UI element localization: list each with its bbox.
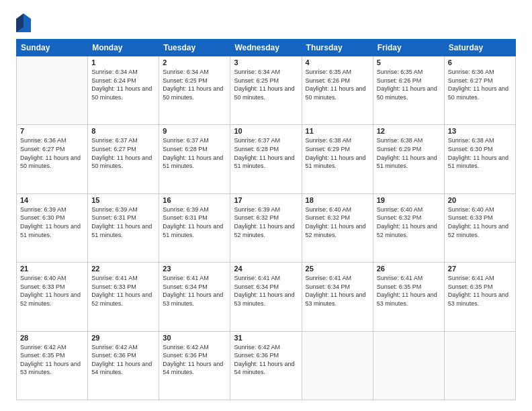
calendar-table: SundayMondayTuesdayWednesdayThursdayFrid… bbox=[16, 39, 516, 400]
day-detail: Sunrise: 6:42 AMSunset: 6:35 PMDaylight:… bbox=[20, 343, 84, 377]
day-detail: Sunrise: 6:37 AMSunset: 6:27 PMDaylight:… bbox=[91, 136, 155, 170]
day-number: 20 bbox=[448, 196, 512, 204]
header bbox=[16, 13, 516, 32]
week-row-1: 7Sunrise: 6:36 AMSunset: 6:27 PMDaylight… bbox=[17, 125, 516, 193]
day-cell: 2Sunrise: 6:34 AMSunset: 6:25 PMDaylight… bbox=[159, 56, 230, 125]
day-cell bbox=[302, 331, 373, 400]
day-number: 27 bbox=[448, 265, 512, 273]
logo-icon bbox=[16, 13, 31, 32]
day-detail: Sunrise: 6:35 AMSunset: 6:26 PMDaylight:… bbox=[377, 68, 441, 101]
day-detail: Sunrise: 6:41 AMSunset: 6:34 PMDaylight:… bbox=[163, 274, 226, 308]
day-cell: 14Sunrise: 6:39 AMSunset: 6:30 PMDayligh… bbox=[17, 193, 88, 262]
day-detail: Sunrise: 6:41 AMSunset: 6:35 PMDaylight:… bbox=[377, 274, 441, 308]
day-number: 2 bbox=[163, 58, 226, 66]
day-number: 8 bbox=[91, 127, 155, 135]
week-row-0: 1Sunrise: 6:34 AMSunset: 6:24 PMDaylight… bbox=[17, 56, 516, 125]
day-cell: 28Sunrise: 6:42 AMSunset: 6:35 PMDayligh… bbox=[17, 331, 88, 400]
day-detail: Sunrise: 6:39 AMSunset: 6:30 PMDaylight:… bbox=[20, 205, 84, 239]
day-detail: Sunrise: 6:38 AMSunset: 6:29 PMDaylight:… bbox=[306, 136, 369, 170]
day-cell: 23Sunrise: 6:41 AMSunset: 6:34 PMDayligh… bbox=[159, 263, 230, 331]
day-cell: 16Sunrise: 6:39 AMSunset: 6:31 PMDayligh… bbox=[159, 193, 230, 262]
day-cell: 3Sunrise: 6:34 AMSunset: 6:25 PMDaylight… bbox=[230, 56, 302, 125]
day-detail: Sunrise: 6:39 AMSunset: 6:31 PMDaylight:… bbox=[163, 205, 226, 239]
day-number: 31 bbox=[234, 334, 298, 342]
day-detail: Sunrise: 6:40 AMSunset: 6:32 PMDaylight:… bbox=[377, 205, 441, 239]
day-cell: 9Sunrise: 6:37 AMSunset: 6:28 PMDaylight… bbox=[159, 125, 230, 193]
day-detail: Sunrise: 6:38 AMSunset: 6:29 PMDaylight:… bbox=[377, 136, 441, 170]
day-detail: Sunrise: 6:37 AMSunset: 6:28 PMDaylight:… bbox=[163, 136, 226, 170]
day-detail: Sunrise: 6:42 AMSunset: 6:36 PMDaylight:… bbox=[163, 343, 226, 377]
day-cell: 4Sunrise: 6:35 AMSunset: 6:26 PMDaylight… bbox=[302, 56, 373, 125]
day-number: 6 bbox=[448, 58, 512, 66]
day-number: 14 bbox=[20, 196, 84, 204]
header-day-sunday: Sunday bbox=[17, 40, 88, 56]
logo bbox=[16, 13, 34, 32]
header-day-monday: Monday bbox=[88, 40, 159, 56]
day-detail: Sunrise: 6:41 AMSunset: 6:34 PMDaylight:… bbox=[234, 274, 298, 308]
day-cell: 10Sunrise: 6:37 AMSunset: 6:28 PMDayligh… bbox=[230, 125, 302, 193]
day-cell: 22Sunrise: 6:41 AMSunset: 6:33 PMDayligh… bbox=[88, 263, 159, 331]
day-number: 19 bbox=[377, 196, 441, 204]
day-detail: Sunrise: 6:41 AMSunset: 6:33 PMDaylight:… bbox=[91, 274, 155, 308]
day-number: 11 bbox=[306, 127, 369, 135]
day-detail: Sunrise: 6:39 AMSunset: 6:32 PMDaylight:… bbox=[234, 205, 298, 239]
day-number: 22 bbox=[91, 265, 155, 273]
day-number: 30 bbox=[163, 334, 226, 342]
day-number: 17 bbox=[234, 196, 298, 204]
day-detail: Sunrise: 6:35 AMSunset: 6:26 PMDaylight:… bbox=[306, 68, 369, 101]
day-cell: 18Sunrise: 6:40 AMSunset: 6:32 PMDayligh… bbox=[302, 193, 373, 262]
header-row: SundayMondayTuesdayWednesdayThursdayFrid… bbox=[17, 40, 516, 56]
week-row-4: 28Sunrise: 6:42 AMSunset: 6:35 PMDayligh… bbox=[17, 331, 516, 400]
day-cell: 25Sunrise: 6:41 AMSunset: 6:34 PMDayligh… bbox=[302, 263, 373, 331]
day-detail: Sunrise: 6:34 AMSunset: 6:24 PMDaylight:… bbox=[91, 68, 155, 101]
day-cell: 31Sunrise: 6:42 AMSunset: 6:36 PMDayligh… bbox=[230, 331, 302, 400]
day-detail: Sunrise: 6:42 AMSunset: 6:36 PMDaylight:… bbox=[234, 343, 298, 377]
day-number: 10 bbox=[234, 127, 298, 135]
day-number: 26 bbox=[377, 265, 441, 273]
day-number: 15 bbox=[91, 196, 155, 204]
day-detail: Sunrise: 6:36 AMSunset: 6:27 PMDaylight:… bbox=[20, 136, 84, 170]
day-cell: 6Sunrise: 6:36 AMSunset: 6:27 PMDaylight… bbox=[444, 56, 515, 125]
day-number: 13 bbox=[448, 127, 512, 135]
day-number: 23 bbox=[163, 265, 226, 273]
day-detail: Sunrise: 6:40 AMSunset: 6:32 PMDaylight:… bbox=[306, 205, 369, 239]
day-cell: 30Sunrise: 6:42 AMSunset: 6:36 PMDayligh… bbox=[159, 331, 230, 400]
day-number: 21 bbox=[20, 265, 84, 273]
day-cell bbox=[444, 331, 515, 400]
day-cell: 8Sunrise: 6:37 AMSunset: 6:27 PMDaylight… bbox=[88, 125, 159, 193]
day-detail: Sunrise: 6:40 AMSunset: 6:33 PMDaylight:… bbox=[448, 205, 512, 239]
day-detail: Sunrise: 6:34 AMSunset: 6:25 PMDaylight:… bbox=[234, 68, 298, 101]
day-number: 28 bbox=[20, 334, 84, 342]
calendar-body: 1Sunrise: 6:34 AMSunset: 6:24 PMDaylight… bbox=[17, 56, 516, 400]
header-day-wednesday: Wednesday bbox=[230, 40, 302, 56]
day-number: 24 bbox=[234, 265, 298, 273]
day-cell: 29Sunrise: 6:42 AMSunset: 6:36 PMDayligh… bbox=[88, 331, 159, 400]
day-number: 25 bbox=[306, 265, 369, 273]
day-number: 18 bbox=[306, 196, 369, 204]
day-number: 9 bbox=[163, 127, 226, 135]
day-cell: 13Sunrise: 6:38 AMSunset: 6:30 PMDayligh… bbox=[444, 125, 515, 193]
day-detail: Sunrise: 6:34 AMSunset: 6:25 PMDaylight:… bbox=[163, 68, 226, 101]
day-cell: 7Sunrise: 6:36 AMSunset: 6:27 PMDaylight… bbox=[17, 125, 88, 193]
day-cell: 17Sunrise: 6:39 AMSunset: 6:32 PMDayligh… bbox=[230, 193, 302, 262]
day-cell: 15Sunrise: 6:39 AMSunset: 6:31 PMDayligh… bbox=[88, 193, 159, 262]
calendar-header: SundayMondayTuesdayWednesdayThursdayFrid… bbox=[17, 40, 516, 56]
day-detail: Sunrise: 6:41 AMSunset: 6:35 PMDaylight:… bbox=[448, 274, 512, 308]
day-cell bbox=[17, 56, 88, 125]
day-cell: 1Sunrise: 6:34 AMSunset: 6:24 PMDaylight… bbox=[88, 56, 159, 125]
day-cell: 20Sunrise: 6:40 AMSunset: 6:33 PMDayligh… bbox=[444, 193, 515, 262]
day-cell: 12Sunrise: 6:38 AMSunset: 6:29 PMDayligh… bbox=[373, 125, 444, 193]
day-number: 7 bbox=[20, 127, 84, 135]
day-detail: Sunrise: 6:41 AMSunset: 6:34 PMDaylight:… bbox=[306, 274, 369, 308]
day-number: 1 bbox=[91, 58, 155, 66]
day-cell: 11Sunrise: 6:38 AMSunset: 6:29 PMDayligh… bbox=[302, 125, 373, 193]
day-number: 29 bbox=[91, 334, 155, 342]
day-detail: Sunrise: 6:40 AMSunset: 6:33 PMDaylight:… bbox=[20, 274, 84, 308]
day-detail: Sunrise: 6:37 AMSunset: 6:28 PMDaylight:… bbox=[234, 136, 298, 170]
day-number: 3 bbox=[234, 58, 298, 66]
day-detail: Sunrise: 6:36 AMSunset: 6:27 PMDaylight:… bbox=[448, 68, 512, 101]
day-number: 16 bbox=[163, 196, 226, 204]
week-row-2: 14Sunrise: 6:39 AMSunset: 6:30 PMDayligh… bbox=[17, 193, 516, 262]
header-day-thursday: Thursday bbox=[302, 40, 373, 56]
week-row-3: 21Sunrise: 6:40 AMSunset: 6:33 PMDayligh… bbox=[17, 263, 516, 331]
